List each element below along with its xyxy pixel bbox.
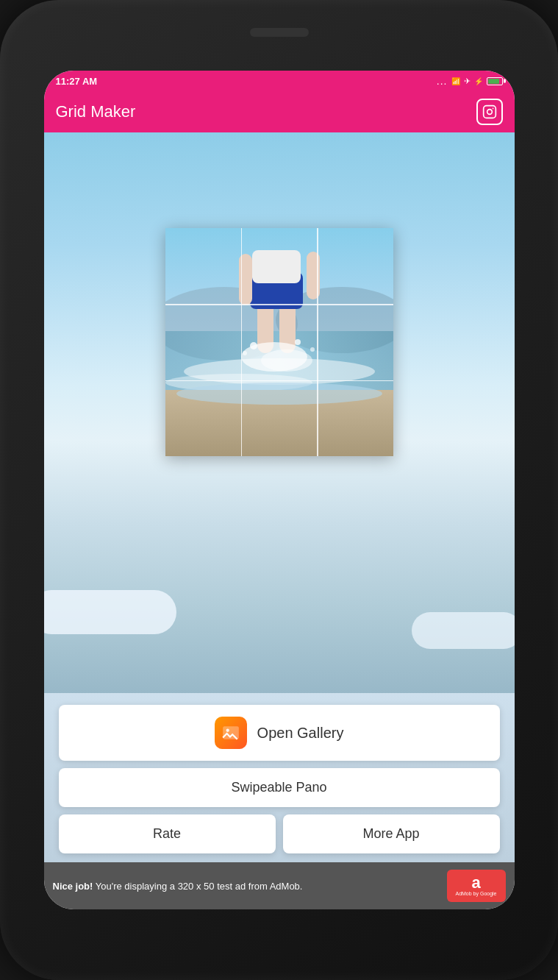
beach-svg [165,228,393,456]
svg-rect-14 [252,250,301,283]
wifi-icon [451,77,460,85]
svg-rect-16 [307,252,320,299]
ad-body-text: You're displaying a 320 x 50 test ad fro… [93,881,302,892]
svg-rect-0 [483,106,496,118]
battery-icon [487,77,503,85]
svg-point-2 [492,108,493,110]
admob-letter: a [471,875,480,891]
charge-icon [474,77,483,85]
ad-bold-text: Nice job! [53,881,93,892]
ad-banner[interactable]: Nice job! You're displaying a 320 x 50 t… [44,862,515,909]
gallery-icon-wrapper [215,717,247,749]
phone-device: 11:27 AM ... Grid Maker [0,0,558,980]
phone-screen: 11:27 AM ... Grid Maker [44,71,515,909]
cloud-right [412,612,515,649]
more-app-label: More App [362,826,419,841]
battery-fill [488,79,499,84]
svg-point-18 [261,349,312,372]
status-icons: ... [437,75,503,87]
svg-point-1 [487,110,492,115]
open-gallery-button[interactable]: Open Gallery [59,705,500,761]
rate-label: Rate [153,826,181,841]
swipeable-pano-button[interactable]: Swipeable Pano [59,768,500,807]
bottom-buttons-row: Rate More App [59,814,500,853]
dots-icon: ... [437,75,448,87]
airplane-icon [464,77,471,86]
svg-point-20 [295,339,301,345]
buttons-section: Open Gallery Swipeable Pano Rate More Ap… [44,693,515,862]
instagram-icon[interactable] [476,99,503,125]
admob-logo: a AdMob by Google [447,870,506,902]
svg-point-22 [243,351,247,355]
svg-point-21 [310,347,315,352]
svg-point-24 [226,729,229,732]
cloud-left [44,590,176,634]
svg-point-10 [176,383,382,405]
grid-image [165,228,393,456]
ad-text: Nice job! You're displaying a 320 x 50 t… [53,881,440,892]
app-title: Grid Maker [56,102,136,121]
admob-label: AdMob by Google [455,891,496,897]
svg-rect-15 [239,254,252,305]
open-gallery-label: Open Gallery [257,725,344,742]
more-app-button[interactable]: More App [283,814,500,853]
swipeable-pano-label: Swipeable Pano [231,780,326,795]
gallery-icon [221,723,240,742]
svg-point-19 [250,342,257,349]
app-bar: Grid Maker [44,91,515,132]
main-content [44,132,515,693]
status-time: 11:27 AM [56,76,98,87]
status-bar: 11:27 AM ... [44,71,515,91]
rate-button[interactable]: Rate [59,814,276,853]
grid-image-container[interactable] [165,228,393,456]
